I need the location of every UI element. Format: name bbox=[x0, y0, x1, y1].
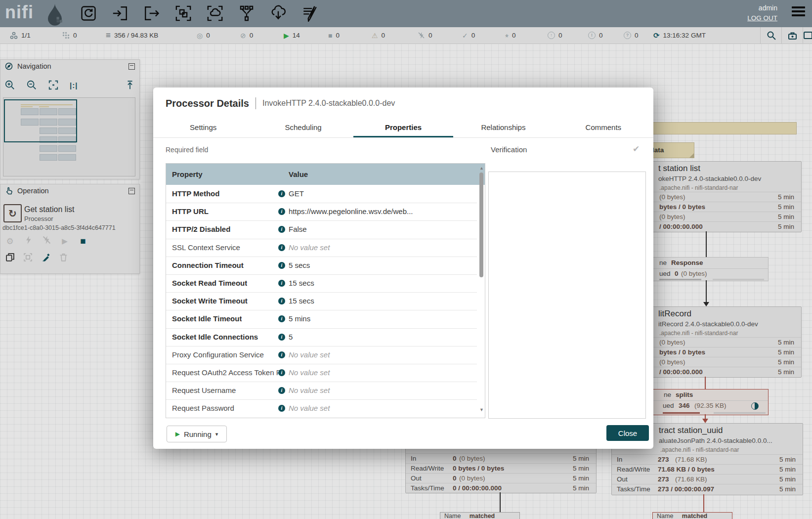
remote-process-group-icon[interactable] bbox=[207, 5, 224, 23]
connection-label-matched[interactable]: Name matched bbox=[652, 512, 732, 519]
sync-failure-icon: ? bbox=[624, 32, 631, 39]
processor-type: aluateJsonPath 2.4.0-stackable0.0.0... bbox=[659, 437, 772, 444]
info-icon: i bbox=[278, 387, 285, 394]
copy-icon[interactable] bbox=[4, 253, 15, 264]
verify-check-icon[interactable]: ✔ bbox=[633, 144, 640, 154]
label-icon[interactable] bbox=[301, 5, 319, 23]
input-port-icon[interactable] bbox=[112, 5, 129, 23]
stat-row: (0 bytes) 5 min bbox=[644, 212, 801, 222]
group-icon[interactable] bbox=[22, 253, 33, 264]
processor-card-splitrecord[interactable]: litRecord itRecord 2.4.0-stackable0.0.0-… bbox=[643, 306, 802, 378]
operation-panel: Operation ↻ Get station list Processor d… bbox=[0, 184, 140, 274]
info-icon: i bbox=[278, 298, 285, 304]
status-stopped: ■ 0 bbox=[328, 27, 340, 43]
toolbox-icon bbox=[788, 31, 797, 40]
processor-bundle: .apache.nifi - nifi-standard-nar bbox=[659, 184, 738, 191]
required-field-note: Required field bbox=[166, 146, 208, 154]
queue-bar-full bbox=[663, 412, 700, 414]
disabled-icon bbox=[418, 32, 425, 39]
locally-modified-icon: * bbox=[505, 36, 509, 40]
property-row[interactable]: Request Password i No value set bbox=[166, 399, 477, 417]
property-row[interactable]: HTTP URL i https://www.pegelonline.wsv.d… bbox=[166, 203, 477, 221]
status-locally-modified: * 0 bbox=[505, 27, 516, 43]
connection-label-splits[interactable]: ne splits ued 346 (92.35 KB) bbox=[643, 389, 769, 415]
queued-icon: ≡ bbox=[106, 32, 111, 39]
status-transmitting: ◎ 0 bbox=[197, 27, 210, 43]
minimap-viewport[interactable] bbox=[4, 99, 77, 142]
cloud-download-icon[interactable] bbox=[270, 5, 288, 23]
info-icon: i bbox=[278, 280, 285, 287]
logout-link[interactable]: LOG OUT bbox=[747, 14, 777, 22]
property-row[interactable]: Connection Timeout i 5 secs bbox=[166, 257, 477, 275]
collapse-icon[interactable] bbox=[128, 188, 135, 194]
drill-up-icon[interactable] bbox=[125, 80, 135, 90]
connection-name-row: ne splits bbox=[644, 389, 768, 401]
status-disabled: 0 bbox=[418, 27, 432, 43]
close-button[interactable]: Close bbox=[606, 425, 649, 441]
status-up-to-date: ✓ 0 bbox=[462, 27, 475, 43]
navigation-compass-icon bbox=[5, 62, 13, 70]
stat-row: (0 bytes) 5 min bbox=[644, 357, 801, 367]
actual-size-icon[interactable]: |:| bbox=[70, 81, 78, 89]
info-icon: i bbox=[278, 244, 285, 251]
property-row[interactable]: Socket Write Timeout i 15 secs bbox=[166, 292, 477, 310]
toolbox-button[interactable] bbox=[782, 27, 803, 43]
scrollbar-thumb[interactable] bbox=[479, 173, 483, 277]
property-row[interactable]: HTTP Method i GET bbox=[166, 185, 477, 203]
info-icon: i bbox=[278, 226, 285, 233]
processor-card-station-list[interactable]: t station list okeHTTP 2.4.0-stackable0.… bbox=[643, 161, 802, 232]
processor-bundle: .apache.nifi - nifi-standard-nar bbox=[660, 446, 739, 453]
canvas-label-band[interactable] bbox=[642, 122, 797, 134]
property-row[interactable]: Request Username i No value set bbox=[166, 382, 477, 400]
configure-gear-icon[interactable]: ⚙ bbox=[4, 236, 15, 247]
property-row[interactable]: Request OAuth2 Access Token Prov... i No… bbox=[166, 364, 477, 382]
collapse-icon[interactable] bbox=[128, 63, 135, 70]
stat-row: Tasks/Time 273 / 00:00:00.097 5 min bbox=[612, 484, 803, 494]
processor-type: itRecord 2.4.0-stackable0.0.0-dev bbox=[658, 320, 758, 328]
global-menu-icon[interactable] bbox=[792, 6, 805, 17]
connection-label-response[interactable]: ne Response ued 0 (0 bytes) bbox=[643, 257, 769, 281]
refresh-icon: ⟳ bbox=[653, 32, 660, 39]
birdseye-minimap[interactable] bbox=[3, 97, 135, 176]
processor-icon[interactable] bbox=[80, 5, 98, 23]
stop-icon[interactable]: ■ bbox=[78, 236, 88, 247]
process-group-icon[interactable] bbox=[175, 5, 193, 23]
tab-comments[interactable]: Comments bbox=[554, 119, 653, 137]
status-locally-modified-stale: ! 0 bbox=[588, 27, 603, 43]
disable-icon[interactable] bbox=[41, 235, 52, 247]
stat-row: In 0 (0 bytes) 5 min bbox=[406, 453, 596, 464]
tab-relationships[interactable]: Relationships bbox=[453, 119, 553, 137]
property-row[interactable]: HTTP/2 Disabled i False bbox=[166, 220, 477, 239]
status-refresh[interactable]: ⟳ 13:16:32 GMT bbox=[653, 27, 706, 43]
property-row[interactable]: Socket Read Timeout i 15 secs bbox=[166, 274, 477, 293]
tab-scheduling[interactable]: Scheduling bbox=[253, 119, 353, 137]
stopped-icon: ■ bbox=[328, 32, 332, 39]
nifi-app: ne data t station list okeHTTP 2.4.0-sta… bbox=[0, 0, 812, 519]
zoom-out-icon[interactable] bbox=[26, 80, 37, 90]
property-row[interactable]: Proxy Configuration Service i No value s… bbox=[166, 346, 477, 364]
dialog-title: Processor Details bbox=[166, 98, 249, 109]
delete-trash-icon[interactable] bbox=[58, 253, 69, 264]
connection-name-row: ne Response bbox=[644, 258, 768, 269]
funnel-icon[interactable] bbox=[238, 5, 256, 23]
connection-label-matched[interactable]: Name matched bbox=[440, 512, 520, 519]
property-row[interactable]: Socket Idle Timeout i 5 mins bbox=[166, 310, 477, 328]
color-brush-icon[interactable] bbox=[40, 253, 51, 264]
start-icon[interactable]: ▶ bbox=[59, 237, 70, 246]
search-button[interactable] bbox=[761, 27, 781, 43]
enable-icon[interactable] bbox=[23, 235, 34, 247]
tab-properties[interactable]: Properties bbox=[353, 119, 453, 137]
property-row[interactable]: SSL Context Service i No value set bbox=[166, 239, 477, 257]
run-status-dropdown[interactable]: ▶ Running ▾ bbox=[167, 426, 227, 442]
property-row[interactable]: Socket Idle Connections i 5 bbox=[166, 328, 477, 346]
tab-settings[interactable]: Settings bbox=[153, 119, 253, 137]
stat-row: In 273 (71.68 KB) 5 min bbox=[612, 454, 803, 465]
stat-row: Read/Write 0 bytes / 0 bytes 5 min bbox=[406, 463, 596, 474]
processor-name: t station list bbox=[658, 164, 700, 173]
output-port-icon[interactable] bbox=[143, 5, 161, 23]
settings-button[interactable] bbox=[803, 27, 812, 43]
table-scrollbar[interactable]: ▲ ▼ bbox=[477, 164, 485, 418]
zoom-in-icon[interactable] bbox=[4, 80, 15, 90]
locally-modified-stale-icon: ! bbox=[588, 32, 596, 39]
zoom-fit-icon[interactable] bbox=[48, 80, 59, 90]
